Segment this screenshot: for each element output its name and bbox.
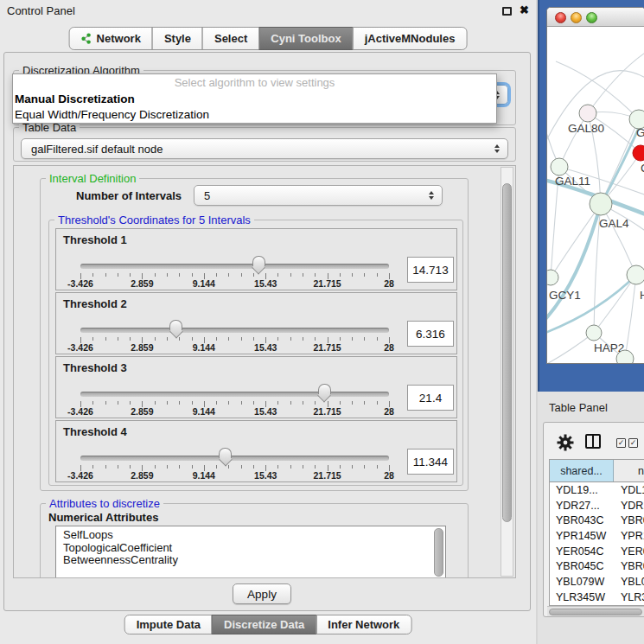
tab-jactivemnodules[interactable]: jActiveMNodules [353,27,468,50]
bottom-tab-bar: Impute Data Discretize Data Infer Networ… [124,615,412,634]
column-header-shared-name[interactable]: shared... [550,460,614,481]
table-header-row: shared... na [550,460,644,482]
tab-infer-network[interactable]: Infer Network [316,615,411,634]
zoom-light-icon[interactable] [586,12,597,23]
cell-name: YDR2 [614,500,644,512]
table-row[interactable]: YDL19... YDL1 [550,482,644,498]
number-of-intervals-combobox[interactable]: 5 [194,185,443,206]
numerical-attributes-list[interactable]: SelfLoops TopologicalCoefficient Between… [55,526,446,578]
cell-shared-name: YER054C [550,545,614,558]
close-light-icon[interactable] [555,12,566,23]
number-of-intervals-label: Number of Intervals [76,189,182,202]
table-row[interactable]: YBR043C YBR0 [550,513,644,528]
split-columns-icon[interactable] [585,434,601,449]
tab-label: jActiveMNodules [365,32,456,45]
tab-select[interactable]: Select [202,27,259,50]
slider-track[interactable] [80,328,389,333]
threshold-value-field[interactable]: 6.316 [407,321,454,347]
vertical-scrollbar[interactable] [501,167,513,577]
tab-label: Discretize Data [224,618,304,631]
slider-track[interactable] [80,392,389,397]
tab-style[interactable]: Style [152,27,203,50]
node-label: C [641,162,644,175]
checkbox-icon[interactable]: ✓ [628,438,638,448]
threshold-label: Threshold 4 [63,425,127,438]
attribute-list-item[interactable]: BetweennessCentrality [56,554,445,567]
threshold-value-field[interactable]: 21.4 [407,385,454,411]
horizontal-scrollbar[interactable] [547,606,644,616]
tick-label: 28 [384,470,394,481]
network-edge [588,44,644,113]
network-node-c[interactable] [633,145,644,161]
tick-label: -3.426 [67,470,93,481]
apply-button[interactable]: Apply [233,583,291,604]
tab-network[interactable]: Network [69,27,153,50]
attribute-list-item[interactable]: TopologicalCoefficient [56,542,445,555]
tab-discretize-data[interactable]: Discretize Data [212,615,316,634]
node-table[interactable]: shared... na YDL19... YDL1 YDR27... YDR2… [549,459,644,606]
tick-label: 15.43 [254,470,277,481]
network-node-hap2[interactable] [586,325,602,341]
tab-impute-data[interactable]: Impute Data [124,615,213,634]
checkbox-icon[interactable]: ✓ [616,438,626,448]
tick-label: 28 [384,342,394,353]
close-icon[interactable]: ✖ [520,3,529,16]
table-row[interactable]: YDR27... YDR2 [550,498,644,513]
network-node-gal80[interactable] [579,105,596,122]
threshold-label: Threshold 2 [63,297,127,310]
tick-label: 15.43 [254,278,277,289]
network-canvas[interactable]: GAL80GACGAL11GAL4GCY1HHAP2 [547,27,644,364]
table-row[interactable]: YBL079W YBL0 [550,574,644,590]
float-window-icon[interactable] [502,7,512,16]
threshold-value-field[interactable]: 11.344 [407,449,454,475]
popup-option[interactable]: Equal Width/Frequency Discretization [13,107,496,123]
scrollbar-thumb[interactable] [502,183,512,522]
popup-hint: Select algorithm to view settings [13,74,496,92]
group-title: Threshold's Coordinates for 5 Intervals [54,214,254,226]
scrollbar-thumb[interactable] [549,609,642,615]
cell-shared-name: YBL079W [550,576,614,588]
network-edge [601,204,636,275]
slider-thumb[interactable] [219,448,232,464]
tick-label: 28 [384,278,394,289]
network-node[interactable] [616,350,634,364]
tick-label: 21.715 [314,278,341,289]
cell-name: YBL0 [614,576,644,588]
tab-label: Cyni Toolbox [271,32,341,45]
table-row[interactable]: YLR345W YLR3 [550,590,644,605]
control-panel: Control Panel ✖ Network Style Select [0,0,536,644]
slider-thumb[interactable] [169,320,182,336]
network-node-gal4[interactable] [590,193,612,215]
network-node-h[interactable] [627,265,644,284]
network-node-gal11[interactable] [551,158,568,175]
slider-track[interactable] [80,264,389,269]
attribute-list-item[interactable]: SelfLoops [56,529,445,542]
tick-label: 9.144 [193,278,215,289]
settings-scroll-area: Interval Definition Number of Intervals … [13,165,516,578]
tick-label: 2.859 [131,470,153,481]
column-header-name[interactable]: na [614,460,644,481]
network-edge [556,61,639,119]
table-row[interactable]: YBR045C YBR0 [550,558,644,574]
table-row[interactable]: YER054C YER0 [550,544,644,559]
list-scrollbar[interactable] [434,528,443,577]
slider-track[interactable] [80,456,389,461]
group-title: Attributes to discretize [46,497,163,510]
cell-shared-name: YDR27... [550,500,614,512]
tab-label: Style [164,32,191,45]
popup-option[interactable]: Manual Discretization [13,92,496,107]
network-window-titlebar[interactable] [547,8,644,27]
gear-icon[interactable] [556,433,575,452]
table-data-combobox[interactable]: galFiltered.sif default node [21,138,508,159]
tab-cyni-toolbox[interactable]: Cyni Toolbox [258,27,353,50]
table-row[interactable]: YPR145W YPR1 [550,528,644,544]
tab-label: Network [97,32,141,45]
minimize-light-icon[interactable] [571,12,582,23]
cell-shared-name: YBR045C [550,560,614,572]
slider-thumb[interactable] [252,256,265,272]
network-edge [547,333,594,364]
network-node-gcy1[interactable] [547,270,558,285]
slider-thumb[interactable] [318,384,331,400]
threshold-value-field[interactable]: 14.713 [407,257,454,283]
cell-name: YER0 [614,545,644,558]
